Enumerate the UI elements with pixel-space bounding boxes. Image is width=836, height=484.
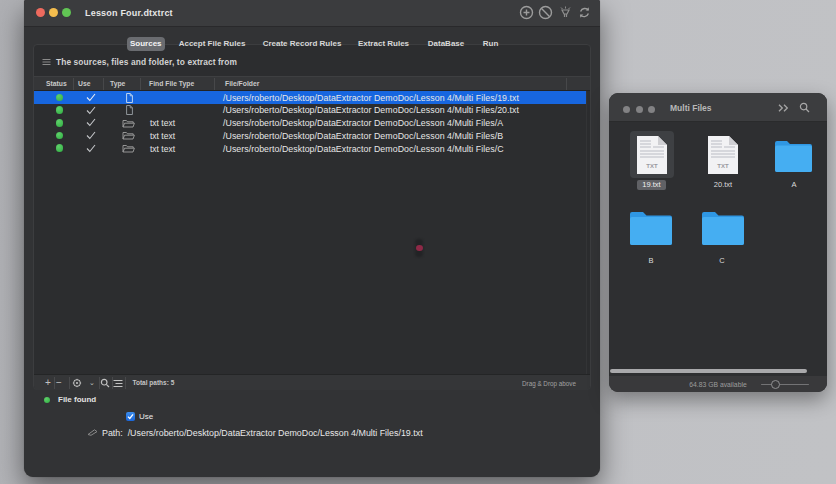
svg-text:TXT: TXT bbox=[717, 163, 729, 169]
svg-text:TXT: TXT bbox=[646, 163, 658, 169]
